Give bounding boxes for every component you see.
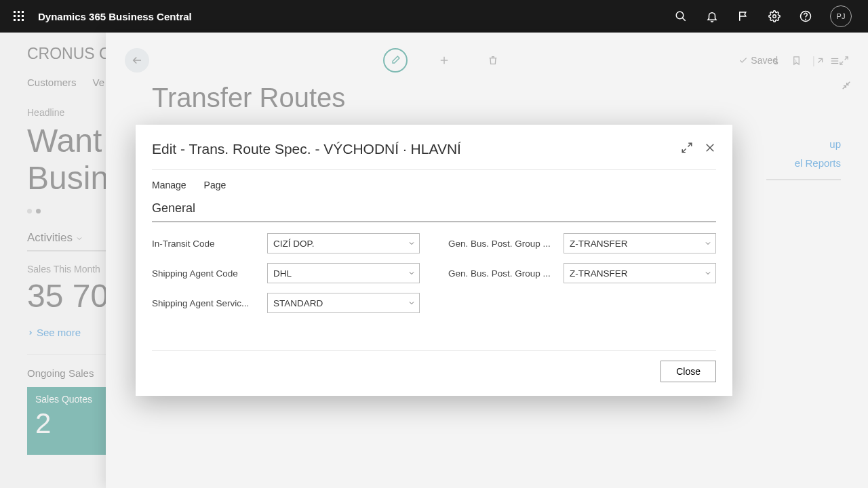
nav-vendors[interactable]: Ve	[93, 77, 105, 88]
svg-rect-3	[14, 15, 16, 17]
edit-button[interactable]	[383, 48, 408, 73]
nav-fragment: s	[774, 56, 778, 66]
brand-title: Dynamics 365 Business Central	[38, 11, 192, 22]
svg-rect-1	[18, 11, 20, 13]
label-ship-service: Shipping Agent Servic...	[152, 298, 267, 308]
svg-point-11	[773, 15, 776, 18]
close-button[interactable]: Close	[660, 361, 716, 382]
svg-rect-7	[18, 19, 20, 21]
svg-rect-0	[14, 11, 16, 13]
edit-trans-route-dialog: Edit - Trans. Route Spec. - VÝCHODNÍ · H…	[136, 125, 732, 396]
hamburger-icon[interactable]	[829, 56, 841, 66]
dialog-title: Edit - Trans. Route Spec. - VÝCHODNÍ · H…	[152, 141, 681, 157]
label-gbpg-ship: Gen. Bus. Post. Group ...	[448, 239, 564, 249]
svg-line-23	[682, 149, 686, 152]
svg-line-22	[688, 143, 692, 146]
svg-line-10	[682, 18, 686, 21]
label-gbpg-receive: Gen. Bus. Post. Group ...	[448, 268, 564, 279]
svg-line-17	[845, 56, 848, 59]
card-title: Transfer Routes	[106, 76, 868, 113]
bell-icon[interactable]	[705, 9, 719, 23]
tile-title: Sales Quotes	[35, 394, 100, 405]
action-page[interactable]: Page	[204, 180, 226, 190]
input-in-transit[interactable]	[267, 233, 420, 253]
input-gbpg-receive[interactable]	[564, 263, 716, 283]
check-icon	[738, 56, 748, 65]
flag-icon[interactable]	[736, 9, 750, 23]
svg-point-9	[676, 12, 684, 19]
svg-rect-2	[22, 11, 24, 13]
card-toolbar: Saved	[106, 33, 868, 76]
dialog-section-general: General	[152, 201, 716, 222]
back-button[interactable]	[125, 48, 149, 73]
chevron-down-icon	[75, 235, 83, 243]
svg-rect-4	[18, 15, 20, 17]
svg-point-13	[806, 19, 806, 20]
chevron-right-icon[interactable]	[792, 56, 799, 66]
tile-value: 2	[35, 407, 100, 440]
sales-quotes-tile[interactable]: Sales Quotes 2	[27, 387, 108, 455]
svg-rect-5	[22, 15, 24, 17]
input-ship-agent[interactable]	[267, 263, 420, 283]
help-icon[interactable]	[799, 9, 812, 23]
chevron-right-icon	[27, 328, 34, 338]
label-ship-agent: Shipping Agent Code	[152, 268, 267, 279]
delete-button[interactable]	[481, 48, 505, 73]
nav-customers[interactable]: Customers	[27, 77, 77, 88]
topbar: Dynamics 365 Business Central PJ	[0, 0, 868, 33]
app-launcher-icon[interactable]	[8, 5, 30, 27]
input-ship-service[interactable]	[267, 293, 420, 313]
label-in-transit: In-Transit Code	[152, 239, 267, 249]
topbar-icons: PJ	[674, 5, 852, 27]
collapse-factbox-icon[interactable]	[841, 80, 852, 94]
maximize-icon[interactable]	[681, 142, 693, 157]
dialog-actions: Manage Page	[152, 170, 716, 199]
search-icon[interactable]	[674, 9, 688, 23]
saved-status: Saved	[738, 55, 778, 66]
svg-rect-8	[22, 19, 24, 21]
new-button[interactable]	[432, 48, 456, 73]
avatar[interactable]: PJ	[830, 5, 852, 27]
action-manage[interactable]: Manage	[152, 180, 186, 190]
input-gbpg-ship[interactable]	[564, 233, 716, 253]
gear-icon[interactable]	[768, 9, 781, 23]
link-fragment-up[interactable]: up	[829, 138, 841, 150]
link-fragment-reports[interactable]: el Reports	[795, 157, 841, 169]
svg-rect-6	[14, 19, 16, 21]
close-icon[interactable]	[704, 142, 716, 157]
